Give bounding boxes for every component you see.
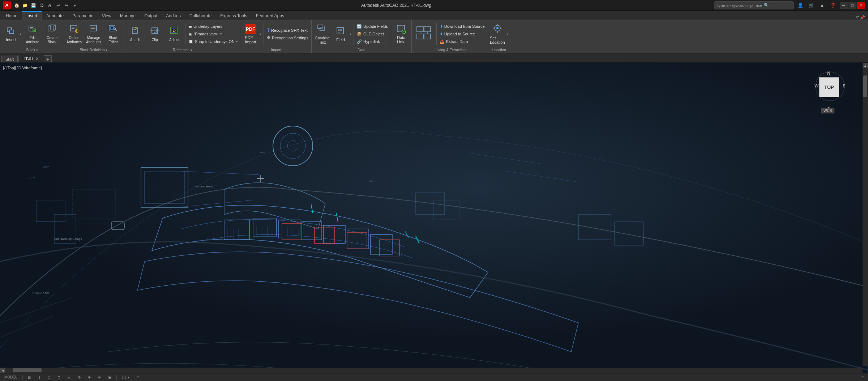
qa-print[interactable]: 🖨 [46, 2, 54, 9]
quick-access-toolbar: 🏠 📁 💾 🖫 🖨 ↩ ↪ ▾ [13, 2, 78, 9]
recognize-shx-button[interactable]: T Recognize SHX Text [265, 27, 310, 34]
underlay-layers-button[interactable]: ☰ Underlay Layers [187, 23, 239, 30]
data-link-button[interactable]: DataLink [393, 22, 410, 46]
data-group-label: Data [313, 47, 410, 53]
scrollbar-up-button[interactable]: ▲ [863, 63, 868, 68]
field-button[interactable]: Field [333, 23, 349, 45]
autodesk-icon[interactable]: ▲ [818, 1, 826, 9]
ortho-button[interactable]: ⊡ [45, 375, 52, 380]
model-tab[interactable]: MODEL [2, 375, 20, 380]
qa-redo[interactable]: ↪ [63, 2, 70, 9]
isnap-button[interactable]: △ [65, 375, 73, 380]
qa-new[interactable]: 🏠 [13, 2, 20, 9]
set-location-dropdown[interactable]: ▾ [505, 22, 509, 46]
user-icon[interactable]: 👤 [796, 1, 804, 9]
scrollbar-h-thumb[interactable] [13, 368, 42, 372]
minimize-button[interactable]: ─ [840, 2, 848, 9]
define-attributes-button[interactable]: DefineAttributes [65, 22, 84, 46]
tab-parametric[interactable]: Parametric [68, 11, 98, 20]
block-definition-dropdown[interactable]: ▾ [106, 48, 107, 52]
main-viewport[interactable]: [-][Top][2D Wireframe] [0, 63, 868, 373]
tab-express-tools[interactable]: Express Tools [216, 11, 251, 20]
svg-rect-55 [417, 34, 423, 39]
snap-underlays-button[interactable]: 🔲 Snap to Underlays ON ▾ [187, 38, 239, 45]
snap-grid-button[interactable]: ▦ [26, 375, 33, 380]
cart-icon[interactable]: 🛒 [807, 1, 815, 9]
extract-data-button[interactable]: 📤 Extract Data [438, 38, 486, 45]
transparency-button[interactable]: ⊘ [96, 375, 103, 380]
reference-dropdown[interactable]: ▾ [191, 48, 192, 52]
block-group-dropdown[interactable]: ▾ [36, 48, 38, 52]
qa-open[interactable]: 📁 [21, 2, 29, 9]
clip-button[interactable]: Clip [145, 23, 164, 45]
hyperlink-button[interactable]: 🔗 Hyperlink [355, 38, 389, 45]
upload-to-source-button[interactable]: ⬆ Upload to Source [438, 30, 486, 38]
insert-button[interactable]: Insert [3, 23, 19, 45]
tab-featured-apps[interactable]: Featured Apps [252, 11, 288, 20]
block-editor-button[interactable]: BlockEditor [104, 22, 123, 46]
close-button[interactable]: ✕ [857, 2, 865, 9]
scrollbar-v-thumb[interactable] [863, 75, 867, 97]
update-fields-button[interactable]: 🔄 Update Fields [355, 23, 389, 30]
horizontal-scrollbar[interactable]: ◄ [0, 368, 863, 373]
ole-object-button[interactable]: 📦 OLE Object [355, 30, 389, 38]
tab-ht01-close[interactable]: ✕ [35, 56, 39, 61]
otrack-button[interactable]: ⊗ [76, 375, 83, 380]
attach-button[interactable]: Attach [126, 23, 145, 45]
tab-collaborate[interactable]: Collaborate [185, 11, 216, 20]
tab-addins[interactable]: Add-ins [162, 11, 185, 20]
maximize-button[interactable]: □ [848, 2, 856, 9]
customization-button[interactable]: ≡ [859, 375, 866, 380]
data-link-icon [397, 24, 406, 35]
qa-dropdown[interactable]: ▾ [71, 2, 78, 9]
help-icon[interactable]: ❓ [829, 1, 837, 9]
title-bar-left: A 🏠 📁 💾 🖫 🖨 ↩ ↪ ▾ [3, 1, 78, 9]
tab-output[interactable]: Output [140, 11, 162, 20]
qa-save[interactable]: 💾 [30, 2, 37, 9]
tab-manage[interactable]: Manage [116, 11, 140, 20]
snap-button[interactable]: ∥ [36, 375, 42, 380]
field-dropdown[interactable]: ▾ [349, 23, 352, 45]
svg-text:Vorfahrt Hotel: Vorfahrt Hotel [195, 185, 213, 188]
vertical-scrollbar[interactable]: ▲ [863, 63, 868, 366]
viewcube-wcs[interactable]: WCS [821, 108, 834, 113]
pdf-import-dropdown[interactable]: ▾ [258, 23, 262, 46]
block-def-content: DefineAttributes ManageAttributes [65, 21, 123, 47]
manage-attributes-button[interactable]: ManageAttributes [84, 22, 103, 46]
tab-insert[interactable]: Insert [22, 11, 42, 20]
adjust-button[interactable]: Adjust [165, 23, 184, 45]
insert-icon [6, 26, 16, 36]
set-location-button[interactable]: SetLocation [489, 22, 505, 46]
annotation-scale[interactable]: 1:1 ▾ [120, 375, 132, 380]
qa-save-as[interactable]: 🖫 [38, 2, 45, 9]
tab-start[interactable]: Start [1, 56, 18, 62]
frames-vary-button[interactable]: ▣ *Frames vary* ▾ [187, 30, 239, 38]
create-block-button[interactable]: CreateBlock [43, 22, 61, 46]
tab-ht01[interactable]: HT-01 ✕ [18, 55, 43, 62]
tab-home[interactable]: Home [1, 11, 22, 20]
wsettings-button[interactable]: ≡ [134, 375, 141, 380]
selcycle-button[interactable]: ▣ [106, 375, 114, 380]
ribbon-expand[interactable]: 📌 [860, 15, 865, 20]
recognition-settings-button[interactable]: ⚙ Recognition Settings [265, 34, 310, 42]
viewcube[interactable]: N S E W TOP WCS [814, 70, 846, 113]
scrollbar-left-button[interactable]: ◄ [0, 368, 5, 373]
viewcube-face[interactable]: TOP [819, 77, 839, 97]
insert-dropdown[interactable]: ▾ [19, 23, 22, 45]
frames-vary-arrow[interactable]: ▾ [220, 32, 222, 36]
ribbon-group-import: PDF PDFImport ▾ T Recognize SHX Text ⚙ R… [241, 20, 312, 53]
qa-undo[interactable]: ↩ [55, 2, 62, 9]
edit-attribute-button[interactable]: EditAttribute [23, 22, 42, 46]
pdf-import-button[interactable]: PDF PDFImport [243, 23, 258, 46]
tab-view[interactable]: View [98, 11, 116, 20]
lineweight-button[interactable]: ⊕ [86, 375, 93, 380]
title-text: Autodesk AutoCAD 2021 HT-01.dwg [78, 3, 714, 8]
polar-button[interactable]: ⊙ [55, 375, 63, 380]
tab-annotate[interactable]: Annotate [42, 11, 68, 20]
search-bar[interactable]: Type a keyword or phrase 🔍 [714, 1, 794, 9]
tab-add-button[interactable]: + [44, 55, 52, 62]
define-attributes-label: DefineAttributes [67, 36, 82, 44]
snap-underlays-arrow[interactable]: ▾ [236, 40, 238, 43]
combine-text-button[interactable]: CombineText [313, 22, 332, 46]
download-from-source-button[interactable]: ⬇ Download from Source [438, 23, 486, 30]
